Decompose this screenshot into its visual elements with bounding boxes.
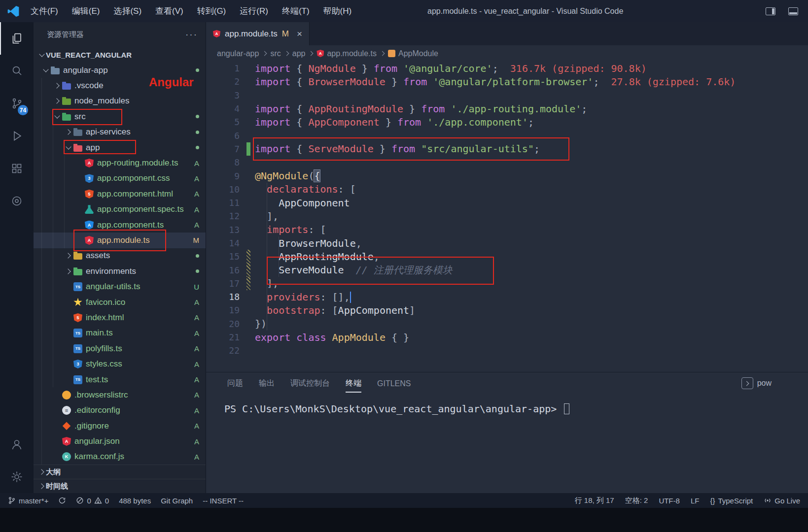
terminal[interactable]: PS C:\Users\MonkS\Desktop\vue_react_angu… <box>224 403 569 415</box>
breadcrumb-app[interactable]: app <box>292 49 306 58</box>
menu-item[interactable]: 运行(R) <box>233 0 275 22</box>
tree-item-environments[interactable]: environments <box>34 264 206 279</box>
tree-item-.vscode[interactable]: .vscode <box>34 78 206 93</box>
menu-item[interactable]: 终端(T) <box>275 0 316 22</box>
tree-item-polyfills.ts[interactable]: polyfills.tsA <box>34 341 206 356</box>
git-gutter <box>246 102 250 115</box>
tree-item-app-routing.module.ts[interactable]: app-routing.module.tsA <box>34 155 206 170</box>
menu-item[interactable]: 转到(G) <box>190 0 233 22</box>
breadcrumb-src[interactable]: src <box>270 49 281 58</box>
run-debug-activity-button[interactable] <box>0 120 33 152</box>
tree-item-angular-app[interactable]: angular-app <box>34 63 206 78</box>
panel-tab-问题[interactable]: 问题 <box>227 378 243 389</box>
menu-item[interactable]: 查看(V) <box>148 0 190 22</box>
file-name: app <box>86 143 100 153</box>
tab-app-module-ts[interactable]: app.module.ts M × <box>206 22 310 45</box>
layout-panel-toggle-icon[interactable] <box>788 7 798 15</box>
outline-section[interactable]: 大纲 <box>34 465 206 479</box>
settings-button[interactable] <box>0 461 33 493</box>
menu-item[interactable]: 编辑(E) <box>65 0 107 22</box>
tree-item-app[interactable]: app <box>34 140 206 155</box>
layout-sidebar-toggle-icon[interactable] <box>766 7 775 15</box>
close-tab-button[interactable]: × <box>297 29 302 39</box>
tree-item-app.component.html[interactable]: app.component.htmlA <box>34 186 206 201</box>
tree-item-app.component.spec.ts[interactable]: app.component.spec.tsA <box>34 202 206 217</box>
tree-indent-guide <box>41 155 53 170</box>
browser-preview-activity-button[interactable] <box>0 185 33 217</box>
tree-item-app.component.ts[interactable]: app.component.tsA <box>34 217 206 233</box>
tree-indent-guide <box>53 186 64 201</box>
chevron-right-icon <box>53 99 61 103</box>
account-button[interactable] <box>0 428 33 461</box>
git-gutter <box>246 183 250 196</box>
tree-item-src[interactable]: src <box>34 109 206 124</box>
tree-item-karma.conf.js[interactable]: karma.conf.jsA <box>34 449 206 465</box>
git-gutter <box>246 62 250 75</box>
extensions-activity-button[interactable] <box>0 152 33 185</box>
sync-button[interactable] <box>58 497 66 504</box>
timeline-section[interactable]: 时间线 <box>34 479 206 493</box>
explorer-sidebar: 资源管理器 ··· VUE_REACT_ANGULAR angular-app.… <box>34 22 206 493</box>
file-name: src <box>74 112 86 122</box>
file-size-indicator[interactable]: 488 bytes <box>119 497 151 505</box>
tree-item-api-services[interactable]: api-services <box>34 125 206 140</box>
indentation-indicator[interactable]: 空格: 2 <box>625 496 648 505</box>
git-graph-button[interactable]: Git Graph <box>161 497 193 505</box>
explorer-activity-button[interactable] <box>0 22 33 55</box>
breadcrumb-AppModule[interactable]: AppModule <box>388 49 438 58</box>
menu-item[interactable]: 帮助(H) <box>316 0 359 22</box>
code-line: 3 <box>206 89 808 102</box>
eol-label: LF <box>691 497 700 505</box>
git-gutter <box>246 115 250 129</box>
code-line: 2import { BrowserModule } from '@angular… <box>206 75 808 88</box>
git-status-badge: A <box>194 159 199 167</box>
css-icon <box>73 360 82 368</box>
tree-item-main.ts[interactable]: main.tsA <box>34 326 206 341</box>
tree-item-favicon.ico[interactable]: favicon.icoA <box>34 295 206 310</box>
tree-item-app.module.ts[interactable]: app.module.tsM <box>34 233 206 248</box>
search-activity-button[interactable] <box>0 55 33 87</box>
tree-item-.editorconfig[interactable]: .editorconfigA <box>34 403 206 418</box>
tree-item-assets[interactable]: assets <box>34 248 206 264</box>
code-editor[interactable]: 1import { NgModule } from '@angular/core… <box>206 62 808 372</box>
tree-item-.gitignore[interactable]: .gitignoreA <box>34 418 206 433</box>
tree-item-decorations: A <box>194 391 206 399</box>
cursor-position-indicator[interactable]: 行 18, 列 17 <box>575 496 614 505</box>
more-actions-button[interactable]: ··· <box>185 29 198 40</box>
tree-item-test.ts[interactable]: test.tsA <box>34 372 206 387</box>
tree-item-.browserslistrc[interactable]: .browserslistrcA <box>34 387 206 402</box>
git-branch-indicator[interactable]: master*+ <box>8 497 48 505</box>
folder-app-icon <box>73 143 82 152</box>
vim-mode-indicator[interactable]: -- INSERT -- <box>203 497 244 505</box>
panel-tab-终端[interactable]: 终端 <box>346 378 361 389</box>
eol-indicator[interactable]: LF <box>691 497 700 505</box>
indent-guide <box>267 183 267 331</box>
tree-item-index.html[interactable]: index.htmlA <box>34 310 206 325</box>
tree-item-app.component.css[interactable]: app.component.cssA <box>34 171 206 186</box>
tree-item-angular.json[interactable]: angular.jsonA <box>34 433 206 449</box>
gear-icon <box>10 470 23 483</box>
tree-indent-guide <box>41 94 53 109</box>
language-indicator[interactable]: {} TypeScript <box>710 497 753 505</box>
breadcrumb-app.module.ts[interactable]: app.module.ts <box>316 49 377 58</box>
panel-tab-GITLENS[interactable]: GITLENS <box>377 379 411 388</box>
terminal-profile-button[interactable]: pow <box>741 377 772 389</box>
menu-item[interactable]: 文件(F) <box>24 0 65 22</box>
tree-item-angular-utils.ts[interactable]: angular-utils.tsU <box>34 279 206 294</box>
source-control-activity-button[interactable]: 74 <box>0 87 33 120</box>
tree-item-styles.css[interactable]: styles.cssA <box>34 356 206 371</box>
go-live-button[interactable]: Go Live <box>764 497 800 505</box>
workspace-root-header[interactable]: VUE_REACT_ANGULAR <box>34 47 206 63</box>
problems-indicator[interactable]: 0 0 <box>76 497 109 505</box>
tree-item-node_modules[interactable]: node_modules <box>34 94 206 109</box>
breadcrumb-angular-app[interactable]: angular-app <box>217 49 259 58</box>
tree-indent-guide <box>41 140 53 155</box>
branch-icon <box>8 497 16 504</box>
tree-indent-guide <box>53 356 64 371</box>
encoding-indicator[interactable]: UTF-8 <box>659 497 680 505</box>
tree-item-decorations: U <box>194 283 206 291</box>
panel-tab-输出[interactable]: 输出 <box>259 378 275 389</box>
tree-indent-guide <box>53 310 64 325</box>
panel-tab-调试控制台[interactable]: 调试控制台 <box>290 378 330 389</box>
menu-item[interactable]: 选择(S) <box>106 0 148 22</box>
